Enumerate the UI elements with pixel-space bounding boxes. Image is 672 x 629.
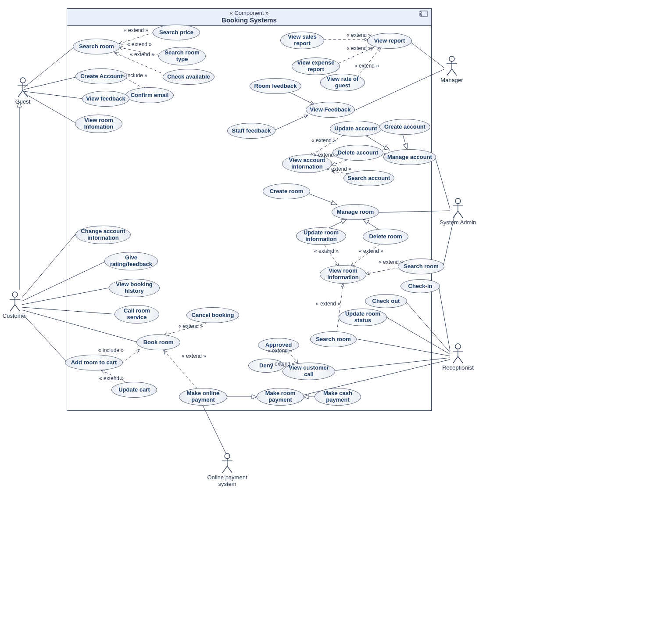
svg-line-12 (15, 305, 20, 311)
usecase-delete-room: Delete room (363, 229, 408, 244)
svg-line-32 (458, 356, 463, 363)
svg-line-22 (452, 69, 457, 75)
edge (22, 313, 67, 362)
edge-label: « extend » (179, 323, 203, 329)
usecase-room-pay: Make roompayment (257, 388, 304, 406)
usecase-cash-pay: Make cashpayment (315, 388, 361, 406)
frame-stereotype: « Component » (67, 10, 431, 16)
svg-point-3 (20, 78, 25, 83)
svg-line-21 (447, 69, 452, 75)
edge-label: « extend » (124, 27, 148, 33)
usecase-update-room-info: Update roominformation (296, 227, 346, 245)
svg-point-8 (12, 292, 18, 297)
usecase-room-fb: Room feedback (250, 78, 301, 94)
usecase-view-feedback-m: View Feedback (306, 102, 355, 118)
usecase-search-acc: Search account (343, 170, 394, 186)
edge-label: « extend » (182, 353, 206, 359)
actor-sysadmin: System Admin (449, 198, 467, 226)
usecase-check-avail: Check available (163, 69, 214, 85)
usecase-cancel-booking: Cancel booking (186, 307, 239, 323)
usecase-update-room-status: Update roomstatus (339, 309, 387, 326)
usecase-give-rating: Giverating/feedback (104, 252, 158, 270)
usecase-online-pay: Make onlinepayment (179, 388, 227, 406)
usecase-update-acc: Update account (330, 121, 382, 137)
svg-line-16 (222, 466, 227, 473)
usecase-change-acc: Change accountinformation (75, 226, 131, 244)
edge-label: « extend » (130, 51, 154, 58)
usecase-search-type: Search roomtype (158, 47, 206, 65)
usecase-view-sales: View salesreport (280, 32, 324, 49)
usecase-view-hist: View bookinghIstory (109, 279, 160, 297)
edge (203, 405, 226, 454)
edge-label: « extend » (99, 375, 124, 381)
usecase-update-cart: Update cart (111, 382, 157, 398)
edge-label: « extend » (327, 166, 351, 172)
edge-label: « include » (122, 72, 147, 79)
edge-label: « include » (98, 347, 124, 353)
edge-label: « extend » (347, 32, 371, 38)
usecase-search-room2: Search room (398, 259, 444, 274)
edge-label: « extend » (316, 301, 340, 307)
usecase-manage-room: Manage room (332, 204, 379, 220)
svg-rect-2 (419, 14, 422, 16)
svg-rect-1 (419, 12, 422, 13)
usecase-manage-acc: Manage account (383, 149, 436, 165)
edge-label: « extend » (314, 248, 339, 254)
edge-label: « extend » (268, 348, 292, 354)
actor-guest: Guest (14, 77, 32, 105)
usecase-view-report: View report (367, 33, 412, 49)
usecase-view-feedback-g: View feedback (82, 91, 129, 107)
edge (439, 286, 450, 351)
usecase-search-room3: Search room (310, 331, 357, 347)
svg-point-13 (225, 453, 230, 459)
usecase-create-room2: Create room (263, 183, 310, 199)
component-icon (419, 11, 428, 17)
usecase-check-out: Check out (365, 294, 407, 308)
svg-line-11 (10, 305, 15, 311)
usecase-check-in: Check-in (400, 279, 440, 293)
usecase-book-room: Book room (136, 334, 180, 350)
frame-title: Booking Systems (67, 16, 431, 24)
usecase-create-account: Create Account (75, 68, 127, 84)
usecase-create-acc: Create account (379, 119, 430, 135)
usecase-search-room: Search room (73, 39, 120, 54)
edge-label: « extend » (379, 259, 403, 265)
edge (435, 157, 450, 209)
edge-label: « extend » (354, 63, 379, 69)
svg-point-18 (449, 56, 454, 61)
svg-point-23 (455, 198, 461, 204)
actor-receptionist: Receptionist (449, 343, 467, 371)
edge-label: « extend » (347, 45, 371, 51)
usecase-staff-fb: Staff feedback (227, 123, 275, 139)
actor-online: Online paymentsystem (218, 453, 236, 487)
svg-line-6 (18, 90, 23, 97)
edge-label: « extend » (270, 361, 295, 367)
usecase-search-price: Search price (153, 25, 200, 40)
usecase-call-room: Call roomservice (114, 305, 159, 323)
svg-line-17 (227, 466, 232, 473)
usecase-delete-acc: Delete account (332, 145, 383, 161)
actor-customer: Customer (6, 291, 24, 319)
edge-label: « extend » (311, 137, 336, 144)
svg-line-31 (453, 356, 458, 363)
usecase-add-cart: Add room to cart (65, 355, 123, 370)
component-frame-head: « Component » Booking Systems (67, 9, 431, 26)
actor-manager: Manager (443, 56, 461, 83)
usecase-view-rate: View rate ofguest (320, 74, 365, 91)
diagram-canvas: « Component » Booking Systems Search roo… (0, 0, 672, 629)
svg-line-7 (23, 90, 28, 97)
svg-point-28 (455, 344, 461, 349)
edge-label: « extend » (314, 152, 338, 158)
usecase-view-expense: View expensereport (292, 58, 340, 75)
svg-line-26 (453, 211, 458, 218)
edge-label: « extend » (127, 41, 152, 47)
svg-line-27 (458, 211, 463, 218)
edge-label: « extend » (359, 248, 383, 254)
usecase-view-room-info: View roominformation (320, 265, 366, 284)
usecase-view-room-info-g: View roomInfomation (75, 115, 122, 133)
usecase-confirm-email: Confirm email (125, 87, 174, 103)
